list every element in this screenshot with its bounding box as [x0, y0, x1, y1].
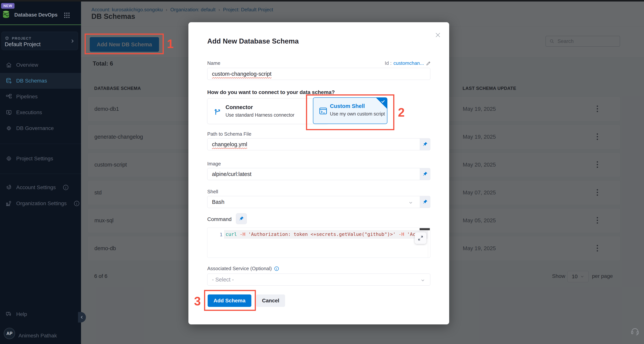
- info-icon[interactable]: [274, 266, 279, 271]
- cancel-button[interactable]: Cancel: [256, 294, 285, 307]
- close-icon[interactable]: [433, 30, 442, 40]
- path-input[interactable]: changelog.yml: [207, 138, 430, 150]
- project-label: PROJECT: [12, 36, 32, 40]
- chevron-down-icon: [408, 200, 413, 205]
- home-icon: [6, 62, 12, 68]
- command-code-editor[interactable]: 1 curl -H 'Authorization: token <+secret…: [207, 228, 430, 258]
- annotation-box-step1: [84, 34, 164, 54]
- sidebar-item-db-governance[interactable]: DB Governance: [0, 120, 81, 136]
- app-title: Database DevOps: [14, 12, 58, 18]
- project-name: Default Project: [5, 41, 40, 48]
- project-selector[interactable]: PROJECT Default Project: [2, 32, 78, 50]
- command-label: Command: [207, 216, 232, 222]
- sidebar-item-project-settings[interactable]: Project Settings: [0, 151, 81, 166]
- sidebar-item-db-schemas[interactable]: DB Schemas: [0, 73, 81, 89]
- path-value: changelog.yml: [212, 141, 247, 148]
- settings-gear-icon: [6, 156, 12, 162]
- sidebar: NEW Database DevOps PROJE: [0, 2, 81, 344]
- editor-scrollbar[interactable]: [420, 228, 430, 230]
- pushpin-icon: [422, 142, 428, 147]
- pin-runtime-input-icon[interactable]: [420, 138, 430, 150]
- sidebar-item-executions[interactable]: Executions: [0, 104, 81, 120]
- pin-runtime-input-button[interactable]: [236, 213, 247, 224]
- sidebar-item-overview[interactable]: Overview: [0, 57, 81, 73]
- avatar-initials: AP: [6, 331, 12, 336]
- image-label: Image: [207, 161, 221, 167]
- sidebar-item-label: Project Settings: [16, 156, 53, 162]
- command-text[interactable]: curl -H 'Authorization: token <+secrets.…: [226, 232, 428, 237]
- expand-editor-button[interactable]: [415, 232, 426, 244]
- annotation-box-step2: [306, 94, 394, 130]
- associated-service-value: - Select -: [212, 276, 234, 283]
- sidebar-divider: [0, 144, 81, 144]
- chevron-right-icon: [70, 38, 75, 44]
- pushpin-icon: [422, 171, 428, 177]
- shell-label: Shell: [207, 189, 218, 194]
- connector-title: Connector: [226, 104, 294, 110]
- pin-runtime-input-icon[interactable]: [420, 196, 430, 208]
- expand-icon: [418, 235, 424, 241]
- support-headset-icon[interactable]: [630, 326, 640, 336]
- pushpin-icon: [238, 216, 244, 222]
- layers-gear-icon: [6, 184, 12, 191]
- id-label: Id :: [385, 60, 392, 66]
- info-icon: [62, 184, 69, 191]
- sidebar-item-label: Executions: [16, 110, 42, 116]
- user-name[interactable]: Animesh Pathak: [18, 333, 57, 339]
- path-label: Path to Schema File: [207, 131, 251, 137]
- user-avatar[interactable]: AP: [4, 328, 15, 339]
- executions-icon: [6, 109, 12, 116]
- sidebar-item-label: Account Settings: [16, 184, 56, 190]
- database-gear-icon: [6, 78, 12, 84]
- modal-title: Add New Database Schema: [207, 37, 299, 45]
- help-chat-icon: [6, 311, 12, 318]
- annotation-number-2: 2: [398, 106, 405, 120]
- new-badge: NEW: [1, 3, 14, 9]
- connector-subtitle: Use standard Harness connector: [226, 112, 294, 118]
- associated-service-select[interactable]: - Select -: [207, 274, 430, 286]
- chevron-left-icon: [80, 315, 84, 320]
- name-value: custom-changelog-script: [212, 71, 272, 77]
- pipelines-icon: [6, 94, 12, 100]
- name-label: Name: [207, 60, 220, 66]
- sidebar-item-label: Overview: [16, 62, 38, 68]
- app-logo-icon: [1, 10, 11, 19]
- shell-value: Bash: [212, 199, 224, 205]
- entity-id-row: Id : customchan...: [385, 60, 431, 66]
- sidebar-item-organization-settings[interactable]: Organization Settings: [0, 196, 81, 211]
- line-number: 1: [213, 232, 222, 237]
- annotation-box-step3: [204, 290, 256, 311]
- chevron-down-icon: [420, 278, 425, 283]
- cube-icon: [5, 36, 9, 40]
- sidebar-item-pipelines[interactable]: Pipelines: [0, 89, 81, 104]
- associated-service-label: Associated Service (Optional): [207, 266, 272, 272]
- sidebar-item-label: Organization Settings: [16, 200, 67, 206]
- name-input[interactable]: custom-changelog-script: [207, 68, 430, 80]
- connector-icon: [213, 107, 222, 116]
- annotation-number-3: 3: [194, 294, 201, 308]
- add-database-schema-modal: Add New Database Schema Name Id : custom…: [188, 22, 449, 324]
- org-gear-icon: [6, 200, 12, 207]
- associated-service-row: Associated Service (Optional): [207, 266, 279, 272]
- image-value: alpine/curl:latest: [212, 171, 252, 177]
- shell-select[interactable]: Bash: [207, 196, 430, 208]
- pin-runtime-input-icon[interactable]: [420, 168, 430, 180]
- screen: NEW Database DevOps PROJE: [0, 0, 644, 344]
- sidebar-item-label: Help: [16, 311, 27, 317]
- sidebar-item-label: DB Governance: [16, 125, 54, 131]
- info-icon: [74, 200, 80, 207]
- image-input[interactable]: alpine/curl:latest: [207, 168, 430, 180]
- id-value[interactable]: customchan...: [394, 60, 424, 66]
- edit-pencil-icon[interactable]: [426, 61, 431, 66]
- pushpin-icon: [422, 199, 428, 205]
- brand-accent-line: [0, 24, 81, 25]
- app-grid-icon[interactable]: [63, 12, 70, 19]
- sidebar-item-account-settings[interactable]: Account Settings: [0, 180, 81, 195]
- sidebar-item-help[interactable]: Help: [0, 306, 81, 322]
- annotation-number-1: 1: [167, 37, 174, 51]
- sidebar-item-label: DB Schemas: [16, 78, 47, 84]
- governance-gear-icon: [6, 125, 12, 132]
- sidebar-divider: [0, 174, 81, 174]
- sidebar-item-label: Pipelines: [16, 94, 38, 100]
